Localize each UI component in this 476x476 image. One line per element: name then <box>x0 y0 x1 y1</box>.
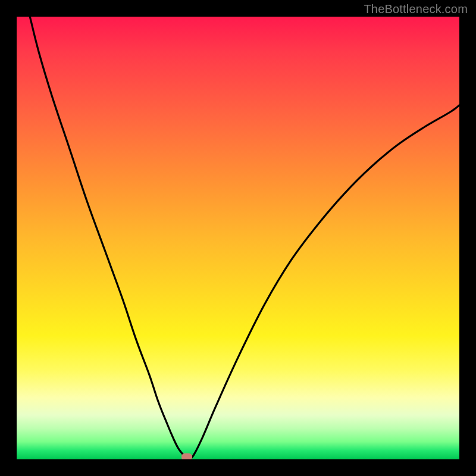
chart-frame: TheBottleneck.com <box>0 0 476 476</box>
bottleneck-curve <box>17 17 459 459</box>
watermark-text: TheBottleneck.com <box>364 2 468 16</box>
plot-area <box>17 17 459 459</box>
optimum-marker <box>181 453 192 459</box>
